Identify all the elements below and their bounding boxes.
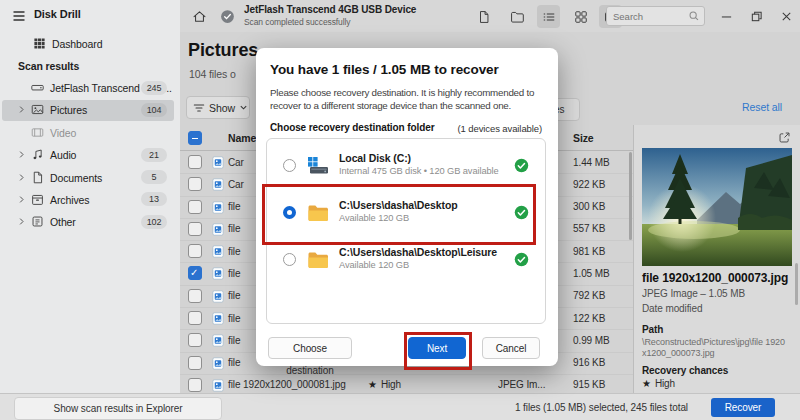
search-icon[interactable] [688,10,700,22]
folder-icon [307,250,329,270]
destination-option[interactable]: Local Disk (C:) Internal 475 GB disk • 1… [267,143,545,190]
sidebar-item[interactable]: Other 102 [0,211,180,233]
chevron-right-icon[interactable] [17,150,26,159]
image-file-icon [212,312,224,325]
file-size: 981 KB [573,246,605,257]
hamburger-menu-icon[interactable] [12,9,26,23]
choose-destination-button[interactable]: Choose destination [268,337,352,359]
image-file-icon [212,290,224,303]
file-size: 792 KB [573,290,605,301]
image-file-icon [212,379,224,392]
image-file-icon [212,201,224,214]
file-size: 557 KB [573,223,605,234]
row-checkbox[interactable]: ✓ [188,177,202,191]
sidebar-item[interactable]: Video [0,122,180,144]
sidebar-item-label: Other [50,216,76,228]
destination-subtitle: Internal 475 GB disk • 120 GB available [339,166,499,176]
preview-panel: file 1920x1200_000073.jpg JPEG Image – 1… [634,125,800,393]
count-badge: 5 [141,170,167,184]
table-scrollbar[interactable] [629,152,632,240]
dialog-description: Please choose recovery destination. It i… [270,86,552,112]
chevron-down-icon [239,103,248,112]
panel-scrollbar[interactable] [795,263,798,305]
sidebar-item-dashboard[interactable]: Dashboard [0,33,180,55]
file-name: file [228,223,240,234]
dashboard-label: Dashboard [52,38,102,50]
file-name: file [228,357,240,368]
destination-title: Local Disk (C:) [339,152,411,164]
row-checkbox[interactable]: ✓ [188,200,202,214]
recover-button[interactable]: Recover [711,398,775,417]
preview-date-modified: Date modified [642,303,702,314]
row-checkbox[interactable]: ✓ [188,311,202,325]
count-badge: 21 [141,148,167,162]
chevron-right-icon[interactable] [17,217,26,226]
reset-all-link[interactable]: Reset all [742,101,782,113]
radio-button[interactable] [283,159,296,172]
sidebar-item[interactable]: Archives 13 [0,189,180,211]
annotation-box-destination [262,184,536,245]
preview-path: \Reconstructed\Pictures\jpg\file 1920x12… [642,337,788,359]
sidebar-item-label: Documents [50,172,102,184]
image-file-icon [212,267,224,280]
sidebar-item-label: Archives [50,194,89,206]
restore-button[interactable] [748,8,764,24]
page-subtitle: 104 files o [189,68,236,80]
external-link-icon[interactable] [778,131,791,144]
minimize-button[interactable] [718,8,734,24]
new-session-icon[interactable] [472,5,495,28]
cancel-button[interactable]: Cancel [482,337,540,359]
photo-preview[interactable] [642,148,792,266]
sidebar-item-label: Video [50,127,76,139]
file-name: Car [228,157,244,168]
row-checkbox[interactable]: ✓ [188,356,202,370]
star-icon: ★ [642,378,651,389]
grid-view-icon[interactable] [569,5,592,28]
list-view-icon[interactable] [537,5,560,28]
sidebar-item[interactable]: Pictures 104 [0,99,180,121]
row-checkbox[interactable]: ✓ [188,266,202,280]
chevron-right-icon[interactable] [17,105,26,114]
home-icon[interactable] [192,9,207,24]
folder-view-icon[interactable] [505,5,528,28]
row-checkbox[interactable]: ✓ [188,155,202,169]
sidebar-item[interactable]: Audio 21 [0,144,180,166]
audio-icon [31,148,44,161]
row-checkbox[interactable]: ✓ [188,289,202,303]
row-checkbox[interactable]: ✓ [188,333,202,347]
close-button[interactable] [778,8,794,24]
selection-status: 1 files (1.05 MB) selected, 245 files to… [515,402,688,413]
local-disk-icon [307,156,329,176]
row-checkbox[interactable]: ✓ [188,244,202,258]
radio-button[interactable] [283,253,296,266]
search-box [606,6,705,26]
sidebar-item[interactable]: Documents 5 [0,167,180,189]
show-filter-button[interactable]: Show [186,96,250,119]
count-badge: 13 [141,192,167,206]
file-name: file [228,313,240,324]
sidebar-item-label: Audio [50,149,76,161]
sidebar-item[interactable]: JetFlash Transcend 4GB... 245 [0,77,180,99]
name-column-header[interactable]: Name [228,132,256,144]
filter-icon [193,102,205,114]
file-size: 1.05 MB [573,268,610,279]
select-all-checkbox[interactable] [188,131,202,145]
file-size: 1.44 MB [573,157,610,168]
row-checkbox[interactable]: ✓ [188,378,202,392]
star-icon: ★ [368,379,377,390]
show-in-explorer-button[interactable]: Show scan results in Explorer [14,397,222,420]
chevron-right-icon[interactable] [17,195,26,204]
image-file-icon [212,156,224,169]
count-badge: 245 [141,81,167,95]
search-input[interactable] [611,8,689,24]
preview-filetype: JPEG Image – 1.05 MB [642,288,745,299]
file-size: 916 KB [573,357,605,368]
preview-chances-label: Recovery chances [642,365,728,376]
count-badge: 102 [141,215,167,229]
size-column-header[interactable]: Size [573,132,594,144]
dashboard-icon [33,37,46,50]
chevron-right-icon[interactable] [17,173,26,182]
destination-section-label: Choose recovery destination folder [270,122,434,133]
file-name: file [228,290,240,301]
row-checkbox[interactable]: ✓ [188,222,202,236]
